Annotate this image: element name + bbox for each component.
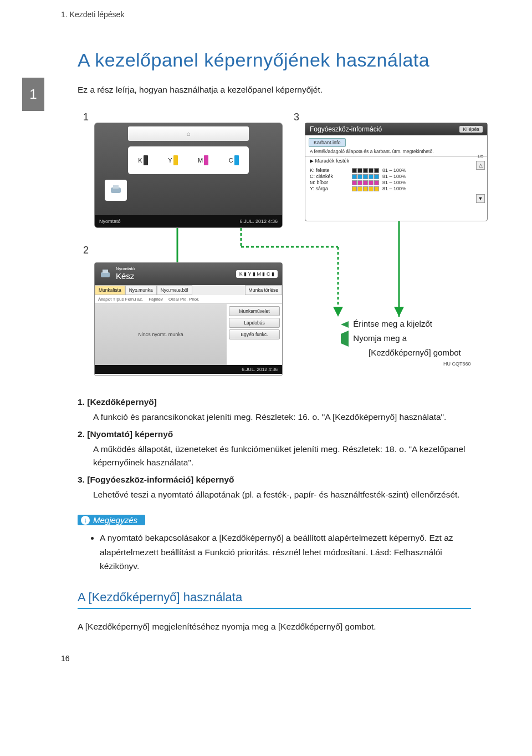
svg-rect-6 [113, 185, 119, 189]
item-body: Lehetővé teszi a nyomtató állapotának (p… [93, 488, 471, 501]
ready-label: Kész [116, 272, 135, 281]
maint-info-button[interactable]: Karbant.info [309, 138, 346, 147]
remaining-toner-label: ▶ Maradék festék [310, 158, 349, 164]
scroll-up-button[interactable]: △ [476, 161, 485, 170]
printer-screen-panel: Nyomtató Kész K ▮ Y ▮ M ▮ C ▮ Munkalista… [94, 262, 283, 376]
callout-1: 1 [83, 111, 89, 123]
figure-refcode: HU CQT660 [443, 361, 471, 367]
other-func-button[interactable]: Egyéb funkc. [229, 329, 280, 339]
legend: Érintse meg a kijelzőt Nyomja meg a [Kez… [341, 317, 461, 360]
page-title: A kezelőpanel képernyőjének használata [78, 49, 471, 71]
toner-row: C: ciánkék81 – 100% [310, 174, 483, 179]
figure: 1 3 2 ⌂ K Y M C [78, 111, 471, 383]
home-screen-panel: ⌂ K Y M C Nyomtató 6.JUL. 2012 4:36 [94, 123, 283, 228]
supply-desc: A festék/adagoló állapota és a karbant. … [305, 149, 487, 156]
toner-row: K: fekete81 – 100% [310, 168, 483, 173]
list-item: 3. [Fogyóeszköz-információ] képernyőLehe… [78, 475, 471, 501]
formfeed-button[interactable]: Lapdobás [229, 318, 280, 328]
page-indicator: 1/5 [476, 154, 485, 159]
callout-2: 2 [83, 245, 89, 256]
page-number: 16 [61, 654, 70, 663]
dashed-arrow-icon [341, 332, 349, 346]
home-icon: ⌂ [187, 130, 191, 137]
supply-info-panel: Fogyóeszköz-információ Kilépés Karbant.i… [305, 123, 488, 221]
note-bullet: A nyomtató bekapcsolásakor a [Kezdőképer… [100, 531, 471, 574]
toner-row: M: bíbor81 – 100% [310, 180, 483, 185]
item-heading: 3. [Fogyóeszköz-információ] képernyő [78, 475, 471, 485]
callout-3: 3 [294, 111, 299, 123]
breadcrumb: 1. Kezdeti lépések [61, 10, 124, 19]
toner-kymc: K Y M C [128, 146, 249, 174]
toner-list: K: fekete81 – 100%C: ciánkék81 – 100%M: … [305, 165, 487, 194]
page-header: 1. Kezdeti lépések [0, 0, 532, 19]
note-label: ↓ Megjegyzés [78, 515, 145, 525]
supply-title: Fogyóeszköz-információ [310, 125, 382, 133]
solid-arrow-icon [341, 321, 349, 328]
svg-rect-8 [103, 270, 108, 273]
tab-joblist[interactable]: Munkalista [95, 285, 125, 295]
tab-print-from[interactable]: Nyo.me.e.ből [157, 285, 192, 295]
section-paragraph: A [Kezdőképernyő] megjelenítéséhez nyomj… [78, 620, 471, 634]
svg-rect-7 [101, 272, 110, 277]
job-op-button[interactable]: Munkaművelet [229, 306, 280, 316]
delete-job-button[interactable]: Munka törlése [245, 285, 282, 295]
toner-row: Y: sárga81 – 100% [310, 186, 483, 191]
item-heading: 1. [Kezdőképernyő] [78, 397, 471, 407]
note-icon: ↓ [81, 516, 90, 525]
item-body: A funkció és parancsikonokat jeleníti me… [93, 410, 471, 424]
printer-icon [105, 180, 127, 201]
section-heading: A [Kezdőképernyő] használata [78, 590, 471, 609]
item-heading: 2. [Nyomtató] képernyő [78, 429, 471, 439]
exit-button[interactable]: Kilépés [459, 126, 483, 133]
list-item: 2. [Nyomtató] képernyőA működés állapotá… [78, 429, 471, 469]
printer-label: Nyomtató [99, 219, 121, 224]
scroll-down-button[interactable]: ▼ [476, 194, 485, 203]
home-icon-bar: ⌂ [128, 126, 249, 141]
item-body: A működés állapotát, üzeneteket és funkc… [93, 443, 471, 469]
printer-small-icon [99, 268, 111, 280]
clock-text: 6.JUL. 2012 4:36 [239, 219, 278, 224]
mini-kymc: K ▮ Y ▮ M ▮ C ▮ [236, 270, 278, 278]
empty-joblist: Nincs nyomt. munka [95, 304, 227, 365]
tab-printjob[interactable]: Nyo.munka [125, 285, 157, 295]
list-item: 1. [Kezdőképernyő]A funkció és parancsik… [78, 397, 471, 424]
intro-text: Ez a rész leírja, hogyan használhatja a … [78, 85, 471, 95]
clock-text-2: 6.JUL. 2012 4:36 [95, 365, 282, 374]
